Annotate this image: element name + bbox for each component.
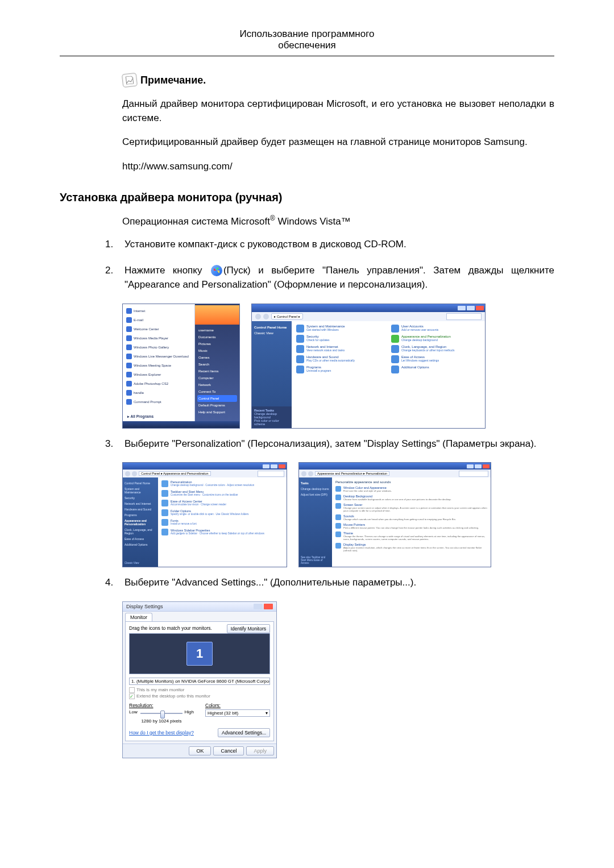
start-menu-right-item[interactable]: Pictures <box>197 340 237 347</box>
sidebar-item[interactable]: Hardware and Sound <box>125 506 156 512</box>
entry-taskbar[interactable]: Taskbar and Start MenuCustomize the Star… <box>161 490 283 497</box>
cat-programs[interactable]: ProgramsUninstall a program <box>296 366 385 373</box>
sidebar-item[interactable]: Security <box>125 495 156 501</box>
help-link[interactable]: How do I get the best display? <box>129 730 194 736</box>
entry-sidebar[interactable]: Windows Sidebar PropertiesAdd gadgets to… <box>161 529 283 535</box>
sidebar-item[interactable]: Ease of Access <box>125 536 156 542</box>
start-menu-item[interactable]: Adobe Photoshop CS2 <box>125 379 192 388</box>
cat-user-accounts[interactable]: User AccountsAdd or remove user accounts <box>391 325 480 333</box>
start-menu-right-item[interactable]: Documents <box>197 334 237 340</box>
start-menu-item[interactable]: Windows Media Player <box>125 334 192 343</box>
start-menu-right-item[interactable]: Connect To <box>197 388 237 395</box>
sidebar-task[interactable]: Adjust font size (DPI) <box>301 492 330 497</box>
clock-icon <box>391 345 399 353</box>
start-menu-right-item[interactable]: Search <box>197 361 237 368</box>
entry-folder-options[interactable]: Folder OptionsSpecify single- or double-… <box>161 509 283 516</box>
search-input[interactable] <box>459 471 488 477</box>
start-menu-item[interactable]: E-mail <box>125 315 192 325</box>
maximize-button[interactable] <box>467 306 475 310</box>
start-menu-control-panel[interactable]: Control Panel <box>197 395 237 402</box>
start-menu-item[interactable]: Windows Photo Gallery <box>125 343 192 352</box>
start-menu-right-item[interactable]: Network <box>197 381 237 388</box>
start-menu-right-item[interactable]: Default Programs <box>197 402 237 409</box>
breadcrumb[interactable]: Control Panel ▸ Appearance and Personali… <box>139 471 211 476</box>
help-button[interactable] <box>254 604 263 609</box>
back-button[interactable] <box>125 471 130 476</box>
close-button[interactable] <box>264 604 273 609</box>
cat-appearance[interactable]: Appearance and PersonalizationChange des… <box>391 335 480 343</box>
minimize-button[interactable] <box>467 464 474 468</box>
close-button[interactable] <box>476 306 484 310</box>
search-input[interactable] <box>258 471 284 477</box>
start-menu-item[interactable]: Command Prompt <box>125 397 192 406</box>
slider-thumb[interactable] <box>160 711 165 719</box>
forward-button[interactable] <box>263 314 269 319</box>
start-menu-right-item[interactable]: Games <box>197 354 237 361</box>
close-button[interactable] <box>279 464 285 468</box>
sidebar-task[interactable]: Change desktop icons <box>301 486 330 492</box>
minimize-button[interactable] <box>263 464 269 468</box>
breadcrumb[interactable]: ▸ Control Panel ▸ <box>271 313 303 319</box>
start-menu-item[interactable]: Internet <box>125 306 192 315</box>
entry-theme[interactable]: ThemeChange the theme. Themes can change… <box>335 531 487 541</box>
entry-ease-of-access[interactable]: Ease of Access CenterAccommodate low vis… <box>161 500 283 506</box>
start-menu-right-item[interactable]: Music <box>197 347 237 354</box>
search-input[interactable] <box>446 313 482 320</box>
tab-monitor[interactable]: Monitor <box>125 613 152 621</box>
sidebar-item-selected[interactable]: Appearance and Personalization <box>125 518 156 527</box>
monitor-select-combo[interactable]: 1. (Multiple Monitors) on NVIDIA GeForce… <box>129 678 270 685</box>
cat-clock-language[interactable]: Clock, Language, and RegionChange keyboa… <box>391 345 480 353</box>
start-menu-right-item[interactable]: Recent Items <box>197 368 237 375</box>
cat-ease-of-access[interactable]: Ease of AccessLet Windows suggest settin… <box>391 355 480 363</box>
monitor-icon[interactable]: 1 <box>186 642 213 666</box>
close-button[interactable] <box>483 464 489 468</box>
start-menu-item[interactable]: Windows Explorer <box>125 370 192 379</box>
back-button[interactable] <box>301 471 306 476</box>
all-programs[interactable]: ▸ All Programs <box>127 414 154 419</box>
start-menu-right-item[interactable]: Help and Support <box>197 409 237 416</box>
start-menu-item[interactable]: handle <box>125 388 192 397</box>
entry-screen-saver[interactable]: Screen SaverChange your screen saver or … <box>335 503 487 512</box>
cancel-button[interactable]: Cancel <box>213 746 244 755</box>
sidebar-item[interactable]: Control Panel Home <box>125 480 156 486</box>
control-panel-categories: System and MaintenanceGet started with W… <box>292 321 485 428</box>
start-menu-item[interactable]: Windows Meeting Space <box>125 361 192 370</box>
monitor-preview[interactable]: 1 <box>129 633 270 674</box>
forward-button[interactable] <box>308 471 313 476</box>
entry-display-settings[interactable]: Display SettingsAdjust your monitor reso… <box>335 543 487 552</box>
minimize-button[interactable] <box>458 306 466 310</box>
back-button[interactable] <box>255 314 261 319</box>
advanced-settings-button[interactable]: Advanced Settings... <box>218 728 270 737</box>
sidebar-classic-view[interactable]: Classic View <box>254 330 289 336</box>
apply-button[interactable]: Apply <box>246 746 274 755</box>
cat-network[interactable]: Network and InternetView network status … <box>296 345 385 353</box>
cat-additional[interactable]: Additional Options <box>391 366 480 373</box>
sidebar-item[interactable]: Clock, Language, and Region <box>125 527 156 536</box>
start-menu-item[interactable]: Windows Live Messenger Download <box>125 352 192 361</box>
entry-personalization[interactable]: PersonalizationChange desktop background… <box>161 480 283 487</box>
sidebar-item[interactable]: System and Maintenance <box>125 486 156 495</box>
sidebar-item[interactable]: Programs <box>125 512 156 518</box>
forward-button[interactable] <box>132 471 137 476</box>
start-menu-item[interactable]: Welcome Center <box>125 325 192 334</box>
entry-sounds[interactable]: SoundsChange which sounds are heard when… <box>335 514 487 521</box>
entry-desktop-background[interactable]: Desktop BackgroundChoose from available … <box>335 495 487 501</box>
sidebar-home[interactable]: Control Panel Home <box>254 325 289 330</box>
resolution-slider[interactable]: Low High <box>129 709 194 717</box>
sidebar-item[interactable]: Network and Internet <box>125 501 156 506</box>
cat-hardware[interactable]: Hardware and SoundPlay CDs or other medi… <box>296 355 385 363</box>
colors-combo[interactable]: Highest (32 bit)▾ <box>205 709 270 717</box>
start-menu-right-item[interactable]: username <box>197 327 237 334</box>
maximize-button[interactable] <box>271 464 277 468</box>
cat-security[interactable]: SecurityCheck for updates <box>296 335 385 343</box>
entry-window-color[interactable]: Window Color and AppearanceFine tune the… <box>335 486 487 492</box>
cat-system[interactable]: System and MaintenanceGet started with W… <box>296 325 385 333</box>
breadcrumb[interactable]: Appearance and Personalization ▸ Persona… <box>315 471 389 476</box>
identify-monitors-button[interactable]: Identify Monitors <box>227 624 270 633</box>
sidebar-item[interactable]: Additional Options <box>125 542 156 547</box>
start-menu-right-item[interactable]: Computer <box>197 375 237 381</box>
entry-mouse-pointers[interactable]: Mouse PointersPick a different mouse poi… <box>335 523 487 529</box>
ok-button[interactable]: OK <box>189 746 211 755</box>
entry-fonts[interactable]: FontsInstall or remove a font <box>161 519 283 526</box>
maximize-button[interactable] <box>475 464 482 468</box>
